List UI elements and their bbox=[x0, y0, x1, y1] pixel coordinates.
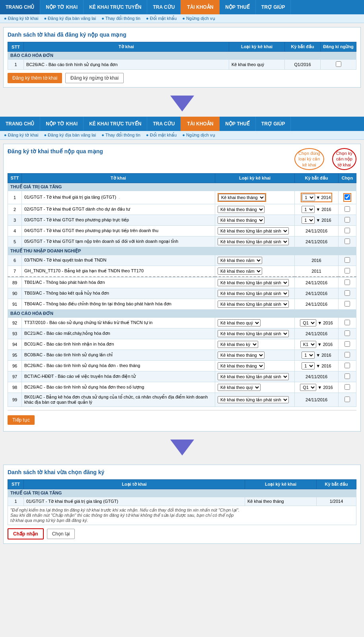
checkbox-r2-99[interactable] bbox=[345, 397, 350, 402]
select-loaiky-90[interactable]: Kê khai theo từng lần phát sinh bbox=[218, 290, 289, 297]
checkbox-r2-96[interactable] bbox=[345, 363, 350, 368]
select-loaiky-3[interactable]: Kê khai theo tháng bbox=[218, 217, 265, 224]
nav-trang-chu[interactable]: TRANG CHỦ bbox=[0, 0, 40, 14]
chap-nhan-button[interactable]: Chấp nhận bbox=[8, 528, 44, 539]
r2-6-loaiky[interactable]: Kê khai theo năm bbox=[215, 255, 295, 266]
sel-ky-2[interactable]: 1 bbox=[302, 206, 315, 213]
r2-1-ky[interactable]: 1 ▼ 2014 bbox=[295, 191, 339, 204]
r2-99-loaiky[interactable]: Kê khai theo từng lần phát sinh bbox=[215, 393, 295, 406]
r2-4-chon[interactable] bbox=[339, 225, 356, 236]
r2-95-loaiky[interactable]: Kê khai theo tháng bbox=[215, 350, 295, 360]
nav-nop-thue[interactable]: NỘP THUẾ bbox=[220, 0, 255, 14]
r2-5-chon[interactable] bbox=[339, 236, 356, 247]
r2-94-loaiky[interactable]: Kê khai theo kỳ bbox=[215, 339, 295, 350]
checkbox-r2-90[interactable] bbox=[345, 290, 350, 296]
r2-95-ky[interactable]: 1 ▼ 2016 bbox=[295, 350, 339, 360]
checkbox-r2-4[interactable] bbox=[345, 228, 350, 233]
checkbox-r2-94[interactable] bbox=[345, 341, 350, 347]
subnav-dia-ban-vang-lai-1[interactable]: Đăng ký địa bàn vãng lai bbox=[44, 16, 96, 21]
sel-ky-98[interactable]: Q1 bbox=[300, 384, 316, 391]
sel-ky-92[interactable]: Q1 bbox=[300, 319, 316, 326]
select-loaiky-92[interactable]: Kê khai theo quý bbox=[218, 319, 261, 326]
r2-2-loaiky[interactable]: Kê khai theo tháng bbox=[215, 204, 295, 215]
r2-2-ky[interactable]: 1 ▼ 2016 bbox=[295, 204, 339, 215]
checkbox-r2-95[interactable] bbox=[345, 352, 350, 358]
select-ky-1[interactable]: 1 bbox=[302, 194, 315, 201]
checkbox-r2-98[interactable] bbox=[345, 384, 350, 390]
r2-4-loaiky[interactable]: Kê khai theo từng lần phát sinh bbox=[215, 225, 295, 236]
r2-6-chon[interactable] bbox=[339, 255, 356, 266]
r2-92-chon[interactable] bbox=[339, 317, 356, 328]
subnav-dang-ky-to-khai-1[interactable]: Đăng ký tờ khai bbox=[4, 16, 38, 21]
r2-93-chon[interactable] bbox=[339, 328, 356, 339]
checkbox-r2-2[interactable] bbox=[345, 206, 350, 212]
select-loaiky-98[interactable]: Kê khai theo quý bbox=[218, 384, 261, 391]
tieptuc-button[interactable]: Tiếp tục bbox=[8, 415, 35, 425]
select-loaiky-1[interactable]: Kê khai theo tháng bbox=[218, 194, 265, 201]
nav2-nop-thue[interactable]: NỘP THUẾ bbox=[220, 117, 255, 131]
checkbox-r2-5[interactable] bbox=[345, 238, 350, 244]
select-loaiky-91[interactable]: Kê khai theo từng lần phát sinh bbox=[218, 301, 289, 308]
r2-94-ky[interactable]: K1 ▼ 2016 bbox=[295, 339, 339, 350]
checkbox-r2-3[interactable] bbox=[345, 217, 350, 223]
r2-91-chon[interactable] bbox=[339, 299, 356, 309]
chon-lai-button[interactable]: Chọn lại bbox=[47, 529, 75, 539]
select-loaiky-89[interactable]: Kê khai theo từng lần phát sinh bbox=[218, 279, 289, 286]
r2-96-ky[interactable]: 1 ▼ 2016 bbox=[295, 360, 339, 371]
nav-ke-khai-truc-tuyen[interactable]: KÊ KHAI TRỰC TUYẾN bbox=[84, 0, 147, 14]
select-loaiky-97[interactable]: Kê khai theo từng lần phát sinh bbox=[218, 373, 289, 380]
subnav2-dang-ky-to-khai[interactable]: Đăng ký tờ khai bbox=[4, 133, 38, 138]
sel-ky-96[interactable]: 1 bbox=[302, 362, 315, 369]
nav2-trang-chu[interactable]: TRANG CHỦ bbox=[0, 117, 40, 131]
r2-1-chon[interactable] bbox=[339, 191, 356, 204]
checkbox-row1[interactable] bbox=[336, 61, 341, 67]
select-loaiky-7[interactable]: Kê khai theo năm bbox=[218, 268, 262, 275]
r2-3-loaiky[interactable]: Kê khai theo tháng bbox=[215, 215, 295, 225]
nav-tro-giup[interactable]: TRỢ GIÚP bbox=[256, 0, 291, 14]
select-loaiky-5[interactable]: Kê khai theo từng lần phát sinh bbox=[218, 238, 289, 245]
r2-89-chon[interactable] bbox=[339, 277, 356, 288]
select-loaiky-93[interactable]: Kê khai theo từng lần phát sinh bbox=[218, 330, 289, 337]
r2-92-ky[interactable]: Q1 ▼ 2016 bbox=[295, 317, 339, 328]
select-loaiky-99[interactable]: Kê khai theo từng lần phát sinh bbox=[218, 396, 289, 403]
r2-3-chon[interactable] bbox=[339, 215, 356, 225]
select-loaiky-94[interactable]: Kê khai theo kỳ bbox=[218, 341, 258, 348]
r2-99-chon[interactable] bbox=[339, 393, 356, 406]
r2-94-chon[interactable] bbox=[339, 339, 356, 350]
checkbox-r2-92[interactable] bbox=[345, 320, 350, 325]
subnav-doi-mat-khau-1[interactable]: Đổi mật khẩu bbox=[146, 16, 177, 21]
subnav2-dia-ban-vang-lai[interactable]: Đăng ký địa bàn vãng lai bbox=[44, 133, 96, 138]
r2-7-chon[interactable] bbox=[339, 266, 356, 277]
r2-89-loaiky[interactable]: Kê khai theo từng lần phát sinh bbox=[215, 277, 295, 288]
subnav-thay-doi-thong-tin-1[interactable]: Thay đổi thông tin bbox=[101, 16, 140, 21]
subnav2-ngung-dich-vu[interactable]: Ngừng dịch vụ bbox=[182, 133, 215, 138]
sel-ky-94[interactable]: K1 bbox=[300, 341, 316, 348]
select-loaiky-4[interactable]: Kê khai theo từng lần phát sinh bbox=[218, 227, 289, 234]
dang-ky-ngung-button[interactable]: Đăng ký ngừng tờ khai bbox=[65, 73, 124, 83]
select-loaiky-96[interactable]: Kê khai theo tháng bbox=[218, 362, 265, 369]
r2-90-loaiky[interactable]: Kê khai theo từng lần phát sinh bbox=[215, 288, 295, 299]
checkbox-r2-93[interactable] bbox=[345, 330, 350, 336]
select-loaiky-2[interactable]: Kê khai theo tháng bbox=[218, 206, 265, 213]
checkbox-r2-91[interactable] bbox=[345, 301, 350, 307]
r2-95-chon[interactable] bbox=[339, 350, 356, 360]
r2-91-loaiky[interactable]: Kê khai theo từng lần phát sinh bbox=[215, 299, 295, 309]
subnav-ngung-dich-vu-1[interactable]: Ngừng dịch vụ bbox=[182, 16, 215, 21]
r2-92-loaiky[interactable]: Kê khai theo quý bbox=[215, 317, 295, 328]
checkbox-r2-1[interactable] bbox=[345, 194, 350, 200]
nav2-nop-to-khai[interactable]: NỘP TỜ KHAI bbox=[40, 117, 84, 131]
subnav2-doi-mat-khau[interactable]: Đổi mật khẩu bbox=[146, 133, 177, 138]
r2-97-chon[interactable] bbox=[339, 371, 356, 382]
r2-96-chon[interactable] bbox=[339, 360, 356, 371]
checkbox-r2-7[interactable] bbox=[345, 268, 350, 274]
nav2-tro-giup[interactable]: TRỢ GIÚP bbox=[256, 117, 291, 131]
subnav2-thay-doi-thong-tin[interactable]: Thay đổi thông tin bbox=[101, 133, 140, 138]
r2-3-ky[interactable]: 1 ▼ 2016 bbox=[295, 215, 339, 225]
r2-93-loaiky[interactable]: Kê khai theo từng lần phát sinh bbox=[215, 328, 295, 339]
r2-98-loaiky[interactable]: Kê khai theo quý bbox=[215, 382, 295, 393]
checkbox-r2-97[interactable] bbox=[345, 373, 350, 379]
checkbox-r2-6[interactable] bbox=[345, 257, 350, 263]
r2-1-loaiky[interactable]: Kê khai theo tháng bbox=[215, 191, 295, 204]
select-loaiky-95[interactable]: Kê khai theo tháng bbox=[218, 352, 265, 359]
r2-5-loaiky[interactable]: Kê khai theo từng lần phát sinh bbox=[215, 236, 295, 247]
